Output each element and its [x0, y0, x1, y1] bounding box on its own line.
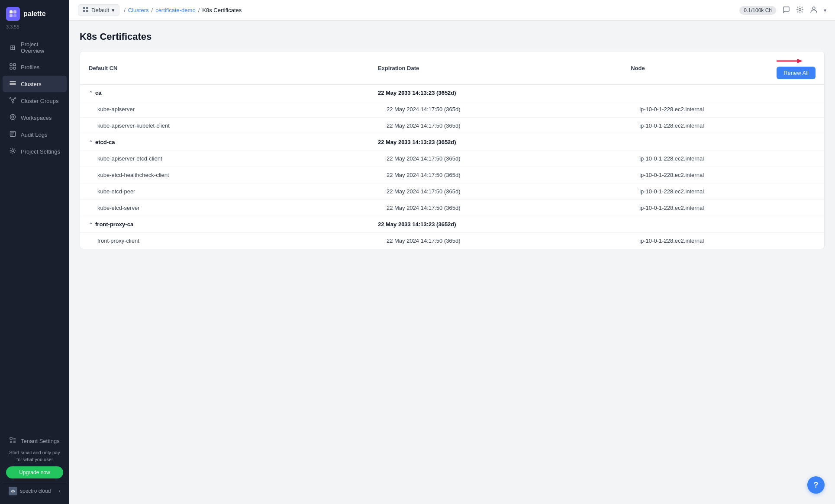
breadcrumb-sep: /: [124, 7, 126, 13]
sidebar-logo: palette: [0, 0, 69, 24]
cert-expiration: 22 May 2024 14:17:50 (365d): [369, 167, 622, 183]
sidebar-item-tenant-settings[interactable]: Tenant Settings: [3, 433, 67, 449]
svg-rect-34: [86, 7, 88, 9]
cert-node: ip-10-0-1-228.ec2.internal: [622, 233, 768, 249]
cert-node: ip-10-0-1-228.ec2.internal: [622, 151, 768, 167]
svg-rect-36: [86, 10, 88, 12]
default-selector[interactable]: Default ▾: [78, 4, 119, 16]
table-group-row: ⌃front-proxy-ca 22 May 2033 14:13:23 (36…: [80, 216, 824, 233]
sidebar-item-audit-logs[interactable]: Audit Logs: [3, 126, 67, 143]
logo-icon: [6, 7, 20, 21]
table-row: kube-apiserver-kubelet-client 22 May 202…: [80, 118, 824, 134]
col-actions: Renew All: [768, 51, 824, 85]
sidebar-bottom: Tenant Settings Start small and only pay…: [0, 428, 69, 504]
cert-expiration: 22 May 2024 14:17:50 (365d): [369, 101, 622, 118]
table-row: front-proxy-client 22 May 2024 14:17:50 …: [80, 233, 824, 249]
page-title: K8s Certificates: [80, 31, 825, 42]
svg-point-19: [12, 116, 14, 118]
svg-rect-3: [13, 14, 16, 17]
cert-name: kube-apiserver-kubelet-client: [80, 118, 369, 134]
certificates-table-body: ⌃ca 22 May 2033 14:13:23 (3652d) kube-ap…: [80, 85, 824, 249]
default-selector-label: Default: [91, 7, 109, 13]
help-button[interactable]: ?: [807, 476, 825, 494]
audit-logs-icon: [9, 131, 16, 138]
group-name: ⌃ca: [80, 85, 369, 101]
upgrade-box: Start small and only pay for what you us…: [3, 449, 67, 482]
svg-rect-5: [13, 64, 16, 66]
col-expiration-date: Expiration Date: [369, 51, 622, 85]
cert-action: [768, 167, 824, 183]
sidebar-item-workspaces[interactable]: Workspaces: [3, 109, 67, 126]
app-name: palette: [23, 10, 46, 18]
sidebar-item-label: Audit Logs: [21, 132, 47, 138]
cert-node: ip-10-0-1-228.ec2.internal: [622, 118, 768, 134]
upgrade-button[interactable]: Upgrade now: [6, 466, 63, 478]
sidebar-item-clusters[interactable]: Clusters: [3, 76, 67, 92]
sidebar-item-label: Project Overview: [21, 41, 61, 54]
sidebar-item-cluster-groups[interactable]: Cluster Groups: [3, 93, 67, 109]
table-row: kube-etcd-peer 22 May 2024 14:17:50 (365…: [80, 183, 824, 200]
svg-rect-4: [10, 64, 12, 66]
cert-node: ip-10-0-1-228.ec2.internal: [622, 167, 768, 183]
sidebar-item-project-overview[interactable]: ⊞ Project Overview: [3, 37, 67, 58]
project-overview-icon: ⊞: [9, 44, 16, 51]
chat-icon[interactable]: [782, 6, 790, 15]
group-action: [768, 216, 824, 233]
breadcrumb: / Clusters / certificate-demo / K8s Cert…: [124, 7, 242, 13]
chevron-icon[interactable]: ⌃: [89, 140, 93, 145]
sidebar-item-label: Cluster Groups: [21, 98, 58, 104]
group-expiration: 22 May 2033 14:13:23 (3652d): [369, 216, 622, 233]
cert-name: kube-apiserver-etcd-client: [80, 151, 369, 167]
sidebar: palette 3.3.55 ⊞ Project Overview Profil…: [0, 0, 69, 504]
tenant-settings-label: Tenant Settings: [21, 438, 60, 444]
breadcrumb-certificate-demo[interactable]: certificate-demo: [155, 7, 195, 13]
renew-all-button[interactable]: Renew All: [777, 67, 816, 79]
sidebar-item-label: Workspaces: [21, 115, 52, 121]
main-area: Default ▾ / Clusters / certificate-demo …: [69, 0, 835, 504]
cert-expiration: 22 May 2024 14:17:50 (365d): [369, 151, 622, 167]
svg-point-14: [12, 102, 13, 103]
cert-action: [768, 200, 824, 216]
arrow-annotation: [777, 57, 803, 65]
group-action: [768, 85, 824, 101]
certificates-table: Default CN Expiration Date Node: [80, 51, 824, 249]
sidebar-nav: ⊞ Project Overview Profiles: [0, 35, 69, 428]
topbar-right: 0.1/100k Ch ▾: [739, 6, 826, 15]
workspaces-icon: [9, 114, 16, 122]
cert-name: kube-apiserver: [80, 101, 369, 118]
group-name: ⌃etcd-ca: [80, 134, 369, 151]
sidebar-item-project-settings[interactable]: Project Settings: [3, 143, 67, 160]
group-action: [768, 134, 824, 151]
table-row: kube-apiserver 22 May 2024 14:17:50 (365…: [80, 101, 824, 118]
chevron-down-icon: ▾: [824, 7, 826, 13]
table-header-row: Default CN Expiration Date Node: [80, 51, 824, 85]
cert-expiration: 22 May 2024 14:17:50 (365d): [369, 200, 622, 216]
upgrade-text: Start small and only pay for what you us…: [6, 449, 63, 463]
tenant-settings-icon: [9, 437, 16, 445]
chevron-icon[interactable]: ⌃: [89, 222, 93, 227]
sidebar-item-profiles[interactable]: Profiles: [3, 59, 67, 75]
svg-rect-2: [10, 14, 13, 17]
usage-badge: 0.1/100k Ch: [739, 6, 776, 15]
table-row: kube-etcd-healthcheck-client 22 May 2024…: [80, 167, 824, 183]
sidebar-collapse-icon[interactable]: ‹: [59, 488, 61, 494]
settings-icon[interactable]: [796, 6, 804, 15]
table-group-row: ⌃etcd-ca 22 May 2033 14:13:23 (3652d): [80, 134, 824, 151]
svg-point-38: [812, 7, 815, 10]
chevron-icon[interactable]: ⌃: [89, 90, 93, 96]
svg-rect-35: [83, 10, 85, 12]
sidebar-item-label: Profiles: [21, 64, 39, 71]
chevron-down-icon: ▾: [112, 7, 115, 13]
breadcrumb-clusters[interactable]: Clusters: [128, 7, 149, 13]
cert-node: ip-10-0-1-228.ec2.internal: [622, 101, 768, 118]
svg-marker-40: [797, 59, 803, 63]
cert-action: [768, 118, 824, 134]
user-icon[interactable]: [810, 6, 818, 15]
breadcrumb-sep: /: [152, 7, 153, 13]
cert-name: kube-etcd-peer: [80, 183, 369, 200]
certificates-table-card: Default CN Expiration Date Node: [80, 51, 825, 249]
svg-rect-25: [10, 437, 12, 440]
svg-point-32: [13, 491, 14, 493]
group-name: ⌃front-proxy-ca: [80, 216, 369, 233]
svg-point-13: [14, 98, 16, 99]
